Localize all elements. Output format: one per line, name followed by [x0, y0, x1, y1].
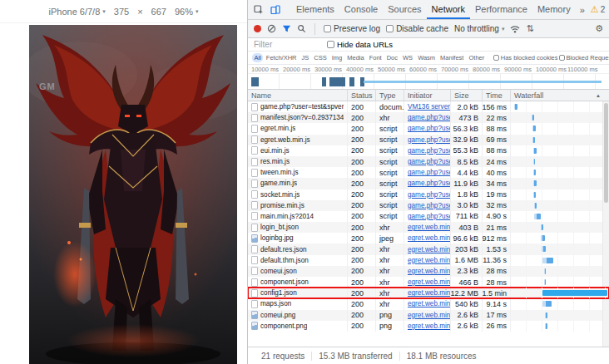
scrollbar-thumb[interactable] — [604, 103, 608, 203]
column-header-waterfall[interactable]: Waterfall▲ — [511, 90, 609, 101]
request-row-comeui-json[interactable]: comeui.json200xhregret.web.min...2.3 kB2… — [248, 266, 609, 277]
request-row-manifest-json-v-0-293713470[interactable]: manifest.json?v=0.293713470...200xhrgame… — [248, 112, 609, 123]
type-cell: docum... — [376, 101, 404, 112]
request-row-game-min-js[interactable]: game.min.js200scriptgame.php?use...11.9 … — [248, 178, 609, 189]
throttling-select[interactable]: No throttling ▾ — [454, 24, 504, 33]
column-header-size[interactable]: Size — [451, 90, 483, 101]
device-toolbar-toggle-icon[interactable] — [268, 5, 283, 15]
warning-badge[interactable]: ⚠ 2 — [591, 4, 605, 15]
device-select[interactable]: iPhone 6/7/8 ▾ — [49, 7, 106, 17]
request-row-login-bt-json[interactable]: login_bt.json200xhregret.web.min...403 B… — [248, 222, 609, 233]
initiator-link[interactable]: egret.web.min... — [404, 266, 451, 277]
column-header-type[interactable]: Type — [376, 90, 404, 101]
request-row-tween-min-js[interactable]: tween.min.js200scriptgame.php?use...4.4 … — [248, 167, 609, 178]
inspect-icon[interactable] — [251, 5, 266, 15]
checkbox-has-blocked-cookies[interactable]: Has blocked cookies — [493, 54, 558, 61]
initiator-link[interactable]: egret.web.min... — [404, 321, 451, 332]
zoom-select[interactable]: 96% ▾ — [175, 7, 199, 17]
viewport-width-field[interactable]: 375 — [114, 7, 129, 17]
size-cell: 8.5 kB — [451, 156, 483, 167]
tab-console[interactable]: Console — [339, 0, 383, 19]
initiator-link[interactable]: game.php?use... — [404, 123, 451, 134]
request-row-component-png[interactable]: component.png200pngegret.web.min...2.6 k… — [248, 321, 609, 332]
network-settings-gear-icon[interactable]: ⚙ — [595, 23, 603, 34]
initiator-link[interactable]: game.php?use... — [404, 156, 451, 167]
network-overview[interactable] — [248, 73, 609, 89]
filter-chip-js[interactable]: JS — [300, 53, 311, 62]
filter-chip-all[interactable]: All — [252, 53, 263, 62]
initiator-link[interactable]: egret.web.min... — [404, 233, 451, 243]
request-row-default-thm-json[interactable]: default.thm.json200xhregret.web.min...1.… — [248, 255, 609, 266]
search-icon[interactable] — [297, 24, 306, 33]
initiator-link[interactable]: egret.web.min... — [404, 310, 451, 321]
initiator-link[interactable]: game.php?use... — [404, 178, 451, 189]
initiator-link[interactable]: egret.web.min... — [404, 298, 451, 309]
initiator-link[interactable]: VM136 server1... — [404, 101, 451, 112]
request-row-eui-min-js[interactable]: eui.min.js200scriptgame.php?use...55.3 k… — [248, 145, 609, 156]
tab-sources[interactable]: Sources — [383, 0, 426, 19]
filter-funnel-icon[interactable] — [282, 24, 291, 33]
initiator-link[interactable]: game.php?use... — [404, 145, 451, 156]
initiator-link[interactable]: game.php?use... — [404, 189, 451, 200]
disable-cache-checkbox[interactable]: Disable cache — [386, 24, 448, 33]
request-row-default-res-json[interactable]: default.res.json200xhregret.web.min...20… — [248, 243, 609, 254]
request-row-loginbg-jpg[interactable]: loginbg.jpg200jpegegret.web.min...96.6 k… — [248, 233, 609, 243]
filter-chip-ws[interactable]: WS — [401, 53, 415, 62]
request-row-game-php-user-test-spverif[interactable]: game.php?user=test&spverif...200docum...… — [248, 101, 609, 112]
record-button[interactable] — [254, 25, 261, 32]
network-conditions-wifi-icon[interactable] — [510, 25, 520, 33]
preserve-log-checkbox[interactable]: Preserve log — [324, 24, 380, 33]
viewport-height-field[interactable]: 667 — [151, 7, 166, 17]
request-row-main-min-js-2014[interactable]: main.min.js?2014200scriptgame.php?use...… — [248, 211, 609, 222]
initiator-link[interactable]: egret.web.min... — [404, 288, 451, 298]
request-row-res-min-js[interactable]: res.min.js200scriptgame.php?use...8.5 kB… — [248, 156, 609, 167]
hide-data-urls-checkbox[interactable]: Hide data URLs — [327, 40, 393, 49]
initiator-link[interactable]: game.php?use... — [404, 167, 451, 178]
filter-chip-doc[interactable]: Doc — [384, 53, 399, 62]
tab-performance[interactable]: Performance — [470, 0, 532, 19]
initiator-link[interactable]: game.php?use... — [404, 135, 451, 145]
initiator-link[interactable]: egret.web.min... — [404, 222, 451, 233]
request-row-maps-json[interactable]: maps.json200xhregret.web.min...540 kB9.1… — [248, 298, 609, 309]
request-row-promise-min-js[interactable]: promise.min.js200scriptgame.php?use...3.… — [248, 200, 609, 211]
request-row-socket-min-js[interactable]: socket.min.js200scriptgame.php?use...1.8… — [248, 189, 609, 200]
clear-icon[interactable] — [267, 24, 276, 33]
initiator-link[interactable]: egret.web.min... — [404, 255, 451, 266]
request-row-comeui-png[interactable]: comeui.png200pngegret.web.min...2.6 kB17… — [248, 310, 609, 321]
initiator-link[interactable]: egret.web.min... — [404, 277, 451, 288]
filter-chip-manifest[interactable]: Manifest — [438, 53, 466, 62]
request-row-egret-web-min-js[interactable]: egret.web.min.js200scriptgame.php?use...… — [248, 135, 609, 145]
tab-network[interactable]: Network — [427, 0, 470, 19]
type-cell: script — [376, 123, 404, 134]
initiator-link[interactable]: game.php?use... — [404, 200, 451, 211]
initiator-link[interactable]: egret.web.min... — [404, 243, 451, 254]
more-tabs-icon[interactable]: » — [577, 5, 587, 15]
column-header-name[interactable]: Name — [248, 90, 348, 101]
tab-elements[interactable]: Elements — [291, 0, 339, 19]
filter-chip-wasm[interactable]: Wasm — [416, 53, 438, 62]
column-header-initiator[interactable]: Initiator — [404, 90, 451, 101]
filter-chip-font[interactable]: Font — [367, 53, 384, 62]
filter-chip-fetch-xhr[interactable]: Fetch/XHR — [264, 53, 299, 62]
column-header-status[interactable]: Status — [348, 90, 376, 101]
tab-memory[interactable]: Memory — [532, 0, 576, 19]
checkbox-blocked-requests[interactable]: Blocked Requests — [559, 54, 609, 61]
waterfall-bar — [533, 148, 537, 154]
filter-input[interactable]: Filter — [254, 40, 327, 49]
request-row-config1-json[interactable]: config1.json200xhregret.web.min...12.2 M… — [248, 288, 609, 298]
request-row-component-json[interactable]: component.json200xhregret.web.min...466 … — [248, 277, 609, 288]
device-screen[interactable]: GM — [29, 25, 237, 364]
type-cell: script — [376, 211, 404, 222]
filter-chip-img[interactable]: Img — [329, 53, 344, 62]
column-header-time[interactable]: Time — [483, 90, 511, 101]
import-export-har-icon[interactable]: ⇅ — [526, 23, 533, 34]
scrollbar[interactable] — [602, 101, 609, 347]
request-name-cell: comeui.png — [248, 310, 348, 321]
initiator-link[interactable]: game.php?use... — [404, 211, 451, 222]
initiator-link[interactable]: game.php?use... — [404, 112, 451, 123]
type-cell: jpeg — [376, 233, 404, 243]
filter-chip-other[interactable]: Other — [467, 53, 487, 62]
filter-chip-media[interactable]: Media — [345, 53, 366, 62]
request-row-egret-min-js[interactable]: egret.min.js200scriptgame.php?use...56.3… — [248, 123, 609, 134]
filter-chip-css[interactable]: CSS — [312, 53, 329, 62]
